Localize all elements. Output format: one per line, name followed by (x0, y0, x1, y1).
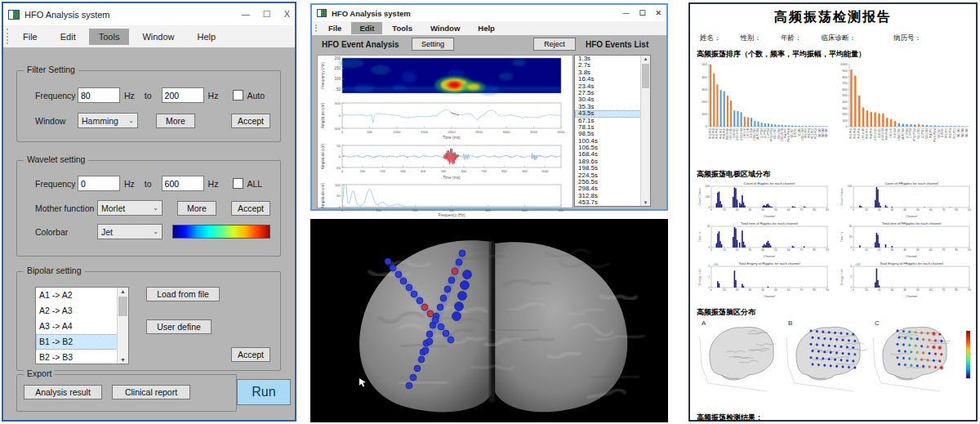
menu-item-file[interactable]: File (13, 29, 47, 45)
svg-text:900: 900 (842, 69, 847, 73)
svg-text:PH5-PH6: PH5-PH6 (858, 128, 861, 139)
svg-text:300: 300 (400, 170, 405, 173)
bipolar-accept-button[interactable]: Accept (231, 347, 270, 362)
hfo-events-list[interactable]: 1.3s2.7s3.8s16.4s23.4s27.5s30.4s35.3s43.… (574, 55, 651, 207)
maximize-icon[interactable]: ☐ (263, 10, 271, 19)
svg-text:80: 80 (813, 208, 816, 212)
run-button[interactable]: Run (237, 379, 291, 405)
svg-text:Frequency (Hz): Frequency (Hz) (438, 213, 465, 217)
svg-text:PH2-PH3: PH2-PH3 (853, 128, 857, 139)
close-icon[interactable]: X (284, 10, 290, 19)
analysis-result-button[interactable]: Analysis result (24, 385, 102, 399)
svg-text:Count / times: Count / times (840, 188, 844, 205)
setting-button[interactable]: Setting (412, 38, 454, 51)
menu-grip (7, 29, 8, 44)
filter-freq-from-input[interactable] (78, 87, 120, 103)
scrollbar-thumb[interactable] (118, 297, 127, 316)
filter-accept-button[interactable]: Accept (231, 114, 270, 128)
scroll-up-icon[interactable]: ▲ (641, 56, 650, 61)
events-listbox[interactable]: 1.3s2.7s3.8s16.4s23.4s27.5s30.4s35.3s43.… (574, 55, 651, 207)
report-section3-heading: 高频振荡脑区分布 (697, 307, 969, 318)
filter-freq-to-input[interactable] (162, 87, 204, 103)
bipolar-list-item[interactable]: B2 -> B3 (36, 350, 121, 364)
menu-item-help[interactable]: Help (188, 29, 226, 45)
svg-text:Energy / uV²: Energy / uV² (698, 268, 702, 285)
group-legend: Bipolar setting (24, 266, 85, 275)
svg-text:2: 2 (709, 265, 710, 268)
svg-text:LC-PTB3: LC-PTB3 (906, 128, 909, 139)
bipolar-setting-group: Bipolar setting A1 -> A2A2 -> A3A3 -> A4… (16, 271, 281, 371)
minimize-icon[interactable]: — (242, 11, 250, 19)
menu-item-edit[interactable]: Edit (351, 22, 382, 34)
menu-item-tools[interactable]: Tools (384, 22, 421, 34)
bipolar-listbox[interactable]: A1 -> A2A2 -> A3A3 -> A4B1 -> B2B2 -> B3… (35, 287, 129, 364)
wavelet-freq-from-input[interactable] (78, 176, 120, 191)
wavelet-freq-to-input[interactable] (162, 176, 204, 191)
svg-text:10: 10 (723, 208, 726, 212)
svg-text:400: 400 (842, 100, 847, 104)
svg-text:600: 600 (559, 208, 564, 212)
bipolar-list-item[interactable]: A1 -> A2 (36, 288, 121, 303)
bipolar-list-item[interactable]: B1 -> B2 (36, 334, 121, 350)
svg-text:0: 0 (845, 125, 847, 128)
svg-text:40: 40 (903, 288, 906, 292)
mother-function-select[interactable]: Morlet⌄ (97, 200, 163, 216)
menu-item-window[interactable]: Window (132, 29, 184, 45)
svg-text:400: 400 (485, 208, 491, 212)
all-checkbox[interactable] (233, 178, 243, 189)
bipolar-list-item[interactable]: A3 -> A4 (36, 319, 121, 334)
bipolar-list-item[interactable]: A2 -> A3 (36, 303, 121, 319)
brain-figure-label: C (875, 319, 880, 327)
svg-text:80: 80 (955, 208, 958, 212)
wavelet-more-button[interactable]: More (177, 201, 216, 216)
event-list-item[interactable]: 453.7s (575, 199, 643, 206)
menu-item-file[interactable]: File (320, 22, 350, 34)
svg-text:Time (ms): Time (ms) (443, 136, 461, 140)
hfo-event-analysis-label: HFO Event Analysis (322, 40, 399, 49)
svg-text:50: 50 (774, 248, 777, 252)
svg-text:300: 300 (702, 88, 706, 91)
maximize-icon[interactable]: ☐ (639, 10, 645, 17)
colorbar-select[interactable]: Jet⌄ (97, 224, 163, 239)
svg-text:500: 500 (522, 208, 528, 212)
brain-3d-view[interactable] (310, 219, 668, 422)
menu-item-window[interactable]: Window (422, 22, 468, 34)
svg-text:0: 0 (853, 248, 854, 252)
scroll-down-icon[interactable]: ▼ (118, 357, 128, 363)
svg-text:60: 60 (929, 208, 933, 212)
events-scrollbar[interactable]: ▲ ▼ (640, 56, 650, 206)
window-select[interactable]: Hamming⌄ (78, 113, 138, 128)
analysis-menubar: FileEditToolsWindowHelp (312, 21, 666, 35)
svg-text:90: 90 (826, 248, 829, 252)
bipolar-scrollbar[interactable]: ▲ ▼ (117, 288, 128, 364)
close-icon[interactable]: ✕ (655, 10, 662, 17)
reject-button[interactable]: Reject (533, 38, 576, 51)
clinical-report-button[interactable]: Clinical report (112, 385, 190, 399)
svg-text:200: 200 (334, 56, 341, 60)
group-legend: Filter Setting (24, 65, 78, 74)
hz-label: Hz (124, 91, 135, 100)
menu-item-edit[interactable]: Edit (51, 29, 86, 45)
hz-label: Hz (124, 179, 135, 189)
scroll-up-icon[interactable]: ▲ (118, 288, 128, 294)
menu-item-tools[interactable]: Tools (89, 29, 130, 45)
svg-text:30: 30 (890, 208, 893, 212)
svg-text:0: 0 (710, 208, 712, 212)
wavelet-accept-button[interactable]: Accept (231, 201, 270, 216)
scrollbar-thumb[interactable] (642, 64, 649, 88)
svg-text:400: 400 (706, 185, 710, 188)
menu-item-help[interactable]: Help (470, 22, 503, 34)
ranking-chart-freq: 01002003004005006007008009001000PH1-PH2P… (837, 60, 973, 163)
svg-text:500: 500 (842, 94, 847, 97)
user-define-button[interactable]: User define (146, 319, 212, 334)
chevron-down-icon: ⌄ (153, 228, 158, 235)
report-fields: 姓名：性别：年龄：临床诊断：病历号： (697, 33, 969, 43)
svg-text:500: 500 (702, 63, 706, 66)
minimize-icon[interactable]: — (622, 10, 629, 16)
scroll-down-icon[interactable]: ▼ (641, 200, 650, 205)
auto-checkbox[interactable] (233, 90, 243, 100)
svg-text:Channel: Channel (906, 295, 917, 298)
filter-more-button[interactable]: More (156, 114, 195, 128)
load-from-file-button[interactable]: Load from file (146, 287, 220, 301)
svg-text:20: 20 (878, 248, 881, 252)
